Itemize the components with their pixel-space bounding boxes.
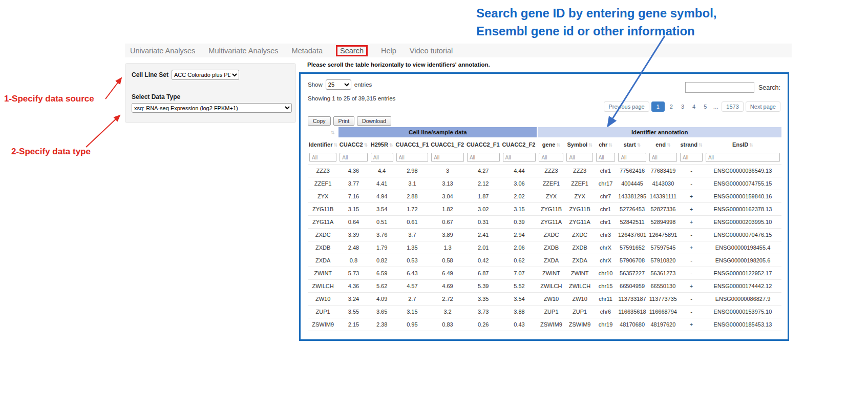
table-row[interactable]: ZYX7.164.942.883.041.872.02ZYXZYXchr7143… [308,190,781,203]
table-row[interactable]: ZXDA0.80.820.530.580.420.62ZXDAZXDAchrX5… [308,254,781,267]
table-cell: ZWILCH [565,280,594,293]
table-cell: 0.83 [430,318,465,331]
nav-item-metadata[interactable]: Metadata [292,47,323,55]
copy-button[interactable]: Copy [308,116,331,126]
column-header-start[interactable]: start⇅ [617,137,647,151]
filter-input-cuacc2_f2[interactable] [503,153,536,162]
red-arrow-data-source [105,78,121,99]
table-row[interactable]: ZZZ34.364.42.9834.274.44ZZZ3ZZZ3chr17756… [308,165,781,177]
column-header-end[interactable]: end⇅ [648,137,679,151]
pagination-page-3[interactable]: 3 [678,102,687,111]
pagination-page-1[interactable]: 1 [651,101,665,112]
table-cell: 77683419 [648,165,679,177]
filter-input-h295r[interactable] [371,153,393,162]
table-row[interactable]: ZYG11B3.153.541.721.823.023.15ZYG11BZYG1… [308,203,781,216]
table-cell: ZXDA [537,254,565,267]
column-header-identifier[interactable]: Identifier⇅ [308,137,338,151]
table-cell: 0.82 [369,254,395,267]
table-row[interactable]: ZXDB2.481.791.351.32.012.06ZXDBZXDBchrX5… [308,241,781,254]
table-cell: + [679,190,704,203]
pagination-page-1573[interactable]: 1573 [722,101,743,112]
column-header-chr[interactable]: chr⇅ [595,137,617,151]
table-cell: 3.88 [501,306,538,318]
pagination-page-2[interactable]: 2 [667,102,676,111]
page-length-select[interactable]: 25 [326,79,351,90]
table-cell: 3.35 [465,293,501,306]
column-header-cuacc1_f1[interactable]: CUACC1_F1⇅ [395,137,430,151]
filter-input-cuacc1_f2[interactable] [431,153,464,162]
data-type-select[interactable]: xsq: RNA-seq Expression (log2 FPKM+1) [132,103,292,113]
table-cell: ZZEF1 [537,177,565,190]
column-header-ensid[interactable]: EnsID⇅ [704,137,781,151]
table-cell: 4.36 [338,280,369,293]
table-cell: 4004445 [617,177,647,190]
column-header-strand[interactable]: strand⇅ [679,137,704,151]
table-row[interactable]: ZW103.244.092.72.723.353.54ZW10ZW10chr11… [308,293,781,306]
filter-input-cuacc2_f1[interactable] [467,153,500,162]
filter-input-identifier[interactable] [309,153,336,162]
table-cell: 3.04 [430,190,465,203]
table-cell: 116635618 [617,306,647,318]
table-row[interactable]: ZZEF13.774.413.13.132.123.06ZZEF1ZZEF1ch… [308,177,781,190]
filter-input-cuacc2[interactable] [340,153,367,162]
cell-line-set-select[interactable]: ACC Colorado plus PDX [172,70,239,80]
filter-cell [679,151,704,165]
column-header-cuacc2_f2[interactable]: CUACC2_F2⇅ [501,137,538,151]
sort-icon: ⇅ [389,143,393,148]
table-cell: ENSG00000162378.13 [704,203,781,216]
print-button[interactable]: Print [333,116,355,126]
search-input[interactable] [685,82,754,93]
column-header-cuacc2_f1[interactable]: CUACC2_F1⇅ [465,137,501,151]
filter-input-cuacc1_f1[interactable] [396,153,429,162]
filter-cell [430,151,465,165]
pagination-page-5[interactable]: 5 [701,102,710,111]
column-header-cuacc1_f2[interactable]: CUACC1_F2⇅ [430,137,465,151]
column-header-symbol[interactable]: Symbol⇅ [565,137,594,151]
column-header-cuacc2[interactable]: CUACC2⇅ [338,137,369,151]
table-cell: 2.01 [465,241,501,254]
pagination-next-button[interactable]: Next page [746,101,780,112]
table-row[interactable]: ZYG11A0.640.510.610.670.310.39ZYG11AZYG1… [308,216,781,229]
table-cell: - [679,267,704,280]
table-cell: 2.88 [395,190,430,203]
filter-row [308,151,781,165]
filter-input-end[interactable] [649,153,677,162]
table-cell: chr1 [595,216,617,229]
sort-icon: ⇅ [364,143,368,148]
table-cell: + [679,241,704,254]
filter-input-gene[interactable] [539,153,563,162]
filter-input-chr[interactable] [596,153,616,162]
nav-item-video-tutorial[interactable]: Video tutorial [410,47,453,55]
filter-cell [648,151,679,165]
table-cell: ZW10 [565,293,594,306]
table-cell: ZYX [565,190,594,203]
nav-item-multivariate-analyses[interactable]: Multivariate Analyses [208,47,278,55]
table-cell: 3.2 [430,306,465,318]
nav-item-search[interactable]: Search [336,45,368,56]
nav-item-help[interactable]: Help [381,47,396,55]
table-row[interactable]: ZWILCH4.365.624.574.695.395.52ZWILCHZWIL… [308,280,781,293]
table-cell: ENSG00000198455.4 [704,241,781,254]
table-cell: ENSG00000159840.16 [704,190,781,203]
table-cell: 2.41 [465,229,501,241]
table-cell: 56361273 [648,267,679,280]
filter-input-start[interactable] [618,153,646,162]
table-cell: 1.87 [465,190,501,203]
group-blank-cell[interactable]: ⇅ [308,127,338,137]
filter-input-strand[interactable] [680,153,703,162]
table-row[interactable]: ZXDC3.393.763.73.892.412.94ZXDCZXDCchr31… [308,229,781,241]
table-row[interactable]: ZUP13.553.653.153.23.733.88ZUP1ZUP1chr61… [308,306,781,318]
filter-cell [617,151,647,165]
nav-item-univariate-analyses[interactable]: Univariate Analyses [130,47,195,55]
table-row[interactable]: ZWINT5.736.596.436.496.877.07ZWINTZWINTc… [308,267,781,280]
column-header-h295r[interactable]: H295R⇅ [369,137,395,151]
filter-input-ensid[interactable] [706,153,780,162]
pagination-previous-button[interactable]: Previous page [604,101,649,112]
table-cell: 5.52 [501,280,538,293]
table-cell: 3.65 [369,306,395,318]
filter-input-symbol[interactable] [566,153,592,162]
pagination-page-4[interactable]: 4 [689,102,698,111]
download-button[interactable]: Download [357,116,391,126]
table-row[interactable]: ZSWIM92.152.380.950.830.260.43ZSWIM9ZSWI… [308,318,781,331]
column-header-gene[interactable]: gene⇅ [537,137,565,151]
